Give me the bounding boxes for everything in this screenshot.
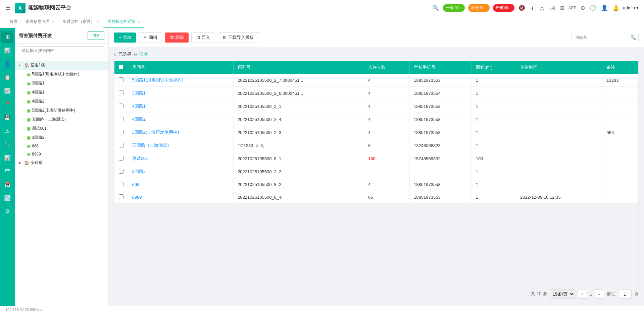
tab-close-dormitory-mgmt[interactable]: ✕: [52, 20, 54, 23]
badge-normal[interactable]: 一般 99+ +: [443, 4, 464, 12]
tab-dormitory-detail[interactable]: 宿舍板监控详情 ✕: [103, 16, 144, 28]
prev-page-button[interactable]: ‹: [578, 289, 587, 299]
badge-serious[interactable]: 严重 99+ +: [493, 4, 514, 12]
main-content: + 添加 ✏ 编辑 🗑 删除 ⊡ 导入 ⊡ 下载导入模板 🔍 ℹ 已选择 0 清…: [109, 28, 644, 306]
tab-home[interactable]: 首页: [5, 16, 21, 28]
add-button[interactable]: + 添加: [114, 33, 136, 43]
menu-icon[interactable]: ☰: [5, 4, 11, 12]
page-size-select[interactable]: 15条/页 30条/页 50条/页: [550, 289, 575, 299]
sidebar-icon-map[interactable]: 🗺: [1, 165, 13, 177]
tree-node-room5[interactable]: ▣ 5回路2(上海研发使用中): [15, 106, 108, 115]
delete-button[interactable]: 🗑 删除: [165, 33, 189, 43]
cell-room-3[interactable]: 4回路2: [128, 113, 234, 126]
cell-bed-0: 20221025105500_2_7;0000451...: [234, 74, 364, 87]
sidebar-icon-settings[interactable]: ⚙: [1, 205, 13, 217]
col-created: 创建时间: [516, 61, 602, 74]
sound-icon[interactable]: 🔇: [518, 5, 525, 11]
row-checkbox-3[interactable]: [119, 117, 123, 121]
profile-icon[interactable]: 👤: [601, 5, 608, 11]
row-checkbox-cell: [114, 139, 128, 152]
tree-node-room8[interactable]: ▣ 3回路2: [15, 133, 108, 142]
room-icon-2: ▣: [27, 81, 31, 86]
tree-node-room7[interactable]: ▣ 测试001: [15, 124, 108, 133]
tree-node-room6[interactable]: ▣ 五回路（上海测试）: [15, 115, 108, 124]
sidebar-icon-location[interactable]: 📍: [1, 98, 13, 110]
row-checkbox-1[interactable]: [119, 90, 123, 95]
sidebar-icon-alarm[interactable]: ⚠: [1, 125, 13, 137]
tree-search-input[interactable]: [19, 46, 104, 55]
row-checkbox-0[interactable]: [119, 77, 123, 82]
badge-urgent[interactable]: 紧急 99+ +: [468, 4, 490, 12]
tab-close-realtime-monitor[interactable]: ✕: [97, 20, 99, 23]
row-checkbox-2[interactable]: [119, 104, 123, 108]
col-area: 面积(m²): [472, 61, 516, 74]
cell-room-5[interactable]: 五回路（上海测试）: [128, 139, 234, 152]
tree-node-room3[interactable]: ▣ 4回路1: [15, 88, 108, 97]
cell-room-2[interactable]: 4回路1: [128, 100, 234, 113]
cell-room-0[interactable]: 5回路1(用电测试中勿操作): [128, 74, 234, 87]
tree-node-room9[interactable]: ▣ 666: [15, 142, 108, 150]
sidebar-icon-list[interactable]: 📋: [1, 71, 13, 83]
cell-room-4[interactable]: 5回路2(上海研发使用中): [128, 126, 234, 139]
clear-selection-link[interactable]: 清空: [139, 51, 148, 57]
import-button[interactable]: ⊡ 导入: [191, 32, 215, 43]
tab-realtime-monitor[interactable]: 实时监控（宿舍） ✕: [58, 16, 103, 28]
cell-created-7: [516, 165, 602, 178]
temp-icon[interactable]: 🌡: [530, 5, 535, 11]
sidebar-icon-report[interactable]: 📊: [1, 151, 13, 164]
sidebar-icon-tools[interactable]: 🔧: [1, 138, 13, 150]
tree-label-room10: 8989: [32, 152, 41, 156]
row-checkbox-9[interactable]: [119, 194, 123, 199]
download-template-button[interactable]: ⊡ 下载导入模板: [218, 32, 259, 43]
percent-icon[interactable]: -%: [549, 5, 555, 11]
cell-room-8[interactable]: 666: [128, 178, 234, 191]
edit-button[interactable]: ✏ 编辑: [139, 32, 162, 43]
tree-node-room10[interactable]: ▣ 8989: [15, 150, 108, 158]
next-page-button[interactable]: ›: [595, 289, 604, 299]
info-icon: ℹ: [114, 52, 116, 57]
grid-icon[interactable]: ⊞: [560, 5, 564, 11]
tree-node-room2[interactable]: ▣ 3回路1: [15, 79, 108, 88]
cell-residents-6: 100: [364, 152, 410, 165]
tree-node-dorm1[interactable]: ▾ 🏠 宿舍1楼: [15, 61, 108, 70]
cell-room-9[interactable]: 8989: [128, 191, 234, 204]
sidebar-icon-user[interactable]: 👤: [1, 58, 13, 70]
user-menu[interactable]: admin ▾: [623, 5, 639, 10]
row-checkbox-cell: [114, 191, 128, 204]
cell-residents-3: 4: [364, 113, 410, 126]
row-checkbox-cell: [114, 113, 128, 126]
tab-close-dormitory-detail[interactable]: ✕: [138, 20, 140, 23]
tree-node-ankeri[interactable]: ▶ 🏠 安科瑞: [15, 158, 108, 167]
switch-button[interactable]: 切换: [88, 32, 104, 40]
sidebar-icon-home[interactable]: ⊞: [1, 31, 13, 43]
search-icon[interactable]: 🔍: [432, 5, 439, 11]
sidebar-icon-stats[interactable]: 📈: [1, 84, 13, 97]
sidebar-icon-analysis[interactable]: 📉: [1, 192, 13, 204]
cell-room-1[interactable]: 3回路1: [128, 87, 234, 100]
app-label[interactable]: APP: [568, 6, 577, 10]
sidebar-icon-storage[interactable]: 💾: [1, 111, 13, 123]
tree-node-room4[interactable]: ▣ 4回路2: [15, 97, 108, 106]
notif-icon[interactable]: 🔔: [612, 5, 619, 11]
row-checkbox-4[interactable]: [119, 130, 123, 134]
row-checkbox-7[interactable]: [119, 169, 123, 174]
clock-icon[interactable]: 🕐: [590, 5, 596, 11]
sidebar-icon-monitor[interactable]: 📊: [1, 44, 13, 56]
selected-label: 已选择: [118, 51, 132, 57]
plus-icon[interactable]: ⊕: [581, 5, 585, 11]
goto-page-input[interactable]: [618, 289, 632, 299]
sidebar-icon-schedule[interactable]: 📅: [1, 178, 13, 190]
row-checkbox-5[interactable]: [119, 143, 123, 147]
cell-created-0: [516, 74, 602, 87]
col-remark: 备注: [602, 61, 638, 74]
room-search-input[interactable]: [572, 33, 639, 42]
select-all-checkbox[interactable]: [119, 65, 123, 69]
tree-node-room1[interactable]: ▣ 5回路1(用电测试中勿操作): [15, 70, 108, 79]
row-checkbox-8[interactable]: [119, 182, 123, 186]
tab-dormitory-mgmt[interactable]: 宿舍信息管理 ✕: [21, 16, 58, 28]
cell-room-6[interactable]: 测试001: [128, 152, 234, 165]
row-checkbox-6[interactable]: [119, 156, 123, 161]
bell-icon[interactable]: △: [540, 5, 544, 11]
expand-icon-dorm1: ▾: [19, 63, 23, 67]
cell-room-7[interactable]: 3回路2: [128, 165, 234, 178]
